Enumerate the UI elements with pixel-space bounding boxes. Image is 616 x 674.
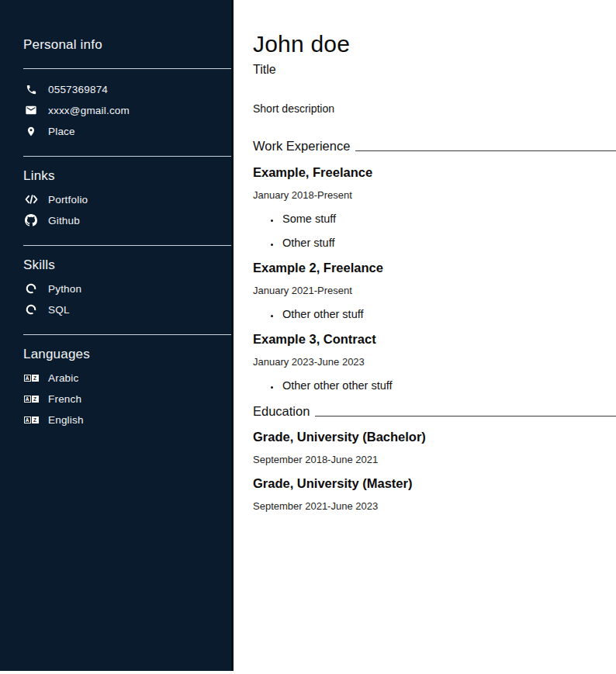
- work-entry: Example 2, Freelance January 2021-Presen…: [253, 261, 616, 320]
- name-heading: John doe: [253, 31, 616, 57]
- language-french: AZ French: [23, 392, 231, 405]
- sidebar-divider: [23, 334, 231, 335]
- contact-phone-row: 0557369874: [23, 83, 231, 95]
- section-title: Work Experience: [253, 139, 350, 154]
- degree-title: Grade, University (Master): [253, 476, 616, 491]
- sidebar: Personal info 0557369874 xxxx@gmail.com …: [0, 0, 234, 671]
- section-title: Education: [253, 404, 310, 419]
- language-label: English: [48, 414, 84, 426]
- github-icon: [23, 214, 39, 226]
- language-label: French: [48, 393, 81, 405]
- section-rule: [355, 150, 616, 151]
- work-entry: Example, Freelance January 2018-Present …: [253, 165, 616, 249]
- code-icon: [23, 194, 39, 205]
- personal-info-list: 0557369874 xxxx@gmail.com Place: [23, 83, 231, 137]
- languages-heading: Languages: [23, 347, 231, 362]
- entry-period: January 2018-Present: [253, 189, 616, 201]
- sidebar-divider: [23, 68, 231, 69]
- skill-label: SQL: [48, 304, 70, 316]
- entry-period: January 2021-Present: [253, 285, 616, 296]
- links-list: Portfolio Github: [23, 193, 231, 226]
- entry-role: Example 3, Contract: [253, 332, 616, 347]
- link-portfolio[interactable]: Portfolio: [23, 193, 231, 206]
- work-entry: Example 3, Contract January 2023-June 20…: [253, 332, 616, 392]
- work-experience-heading: Work Experience: [253, 139, 616, 154]
- github-link-label: Github: [48, 215, 80, 226]
- section-rule: [315, 416, 616, 416]
- education-entry: Grade, University (Bachelor) September 2…: [253, 430, 616, 465]
- email-address: xxxx@gmail.com: [48, 105, 130, 116]
- language-icon: AZ: [23, 396, 39, 403]
- entry-bullet-list: Other other other stuff: [253, 379, 616, 392]
- main-content: John doe Title Short description Work Ex…: [236, 0, 616, 674]
- entry-bullet: Other stuff: [281, 237, 616, 249]
- entry-bullet: Some stuff: [281, 213, 616, 225]
- languages-list: AZ Arabic AZ French AZ English: [23, 372, 231, 426]
- link-github[interactable]: Github: [23, 214, 231, 226]
- language-label: Arabic: [48, 372, 78, 384]
- entry-role: Example 2, Freelance: [253, 261, 616, 275]
- phone-icon: [23, 84, 39, 95]
- entry-bullet: Other other stuff: [281, 308, 616, 320]
- location-pin-icon: [23, 126, 39, 137]
- contact-email-row: xxxx@gmail.com: [23, 104, 231, 116]
- sidebar-divider: [23, 156, 231, 157]
- resume-page: Personal info 0557369874 xxxx@gmail.com …: [0, 0, 616, 674]
- short-description: Short description: [253, 102, 616, 115]
- language-arabic: AZ Arabic: [23, 372, 231, 384]
- phone-number: 0557369874: [48, 84, 108, 95]
- title-text: Title: [253, 63, 616, 77]
- skill-label: Python: [48, 283, 81, 295]
- contact-place-row: Place: [23, 125, 231, 137]
- education-entry: Grade, University (Master) September 202…: [253, 476, 616, 512]
- skills-heading: Skills: [23, 258, 231, 273]
- portfolio-link-label: Portfolio: [48, 194, 88, 206]
- degree-title: Grade, University (Bachelor): [253, 430, 616, 444]
- degree-period: September 2021-June 2023: [253, 500, 616, 512]
- skills-list: Python SQL: [23, 282, 231, 316]
- circle-notch-icon: [23, 304, 39, 315]
- place-label: Place: [48, 126, 75, 137]
- entry-bullet: Other other other stuff: [281, 379, 616, 392]
- envelope-icon: [23, 104, 39, 116]
- entry-period: January 2023-June 2023: [253, 356, 616, 368]
- education-heading: Education: [253, 404, 616, 419]
- entry-role: Example, Freelance: [253, 165, 616, 180]
- language-english: AZ English: [23, 413, 231, 426]
- language-icon: AZ: [23, 416, 39, 423]
- degree-period: September 2018-June 2021: [253, 454, 616, 465]
- circle-notch-icon: [23, 283, 39, 294]
- sidebar-divider: [23, 245, 231, 246]
- language-icon: AZ: [23, 375, 39, 382]
- skill-sql: SQL: [23, 303, 231, 316]
- links-heading: Links: [23, 168, 231, 184]
- personal-info-heading: Personal info: [23, 37, 231, 53]
- entry-bullet-list: Other other stuff: [253, 308, 616, 320]
- skill-python: Python: [23, 282, 231, 295]
- entry-bullet-list: Some stuff Other stuff: [253, 213, 616, 249]
